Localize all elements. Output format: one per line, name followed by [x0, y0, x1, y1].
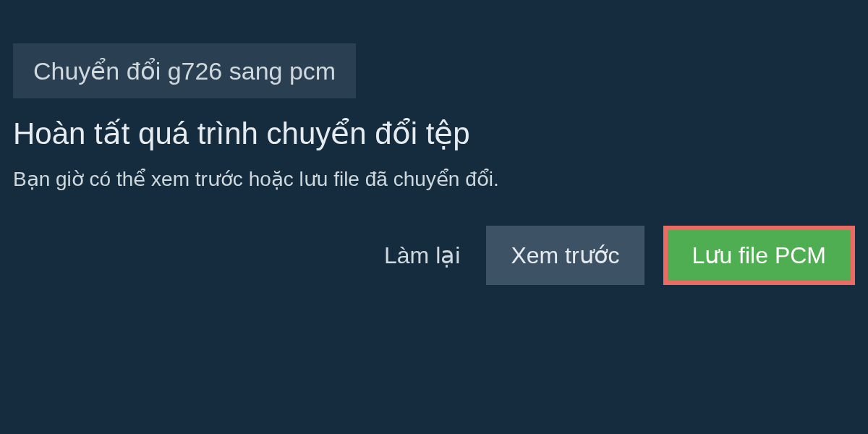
completion-description: Bạn giờ có thể xem trước hoặc lưu file đ…	[13, 167, 855, 191]
save-button[interactable]: Lưu file PCM	[663, 226, 855, 285]
tab-convert[interactable]: Chuyển đổi g726 sang pcm	[13, 43, 356, 98]
preview-button[interactable]: Xem trước	[486, 226, 644, 285]
tab-bar: Chuyển đổi g726 sang pcm	[0, 0, 868, 98]
main-container: Chuyển đổi g726 sang pcm Hoàn tất quá tr…	[0, 0, 868, 285]
content-area: Hoàn tất quá trình chuyển đổi tệp Bạn gi…	[0, 98, 868, 191]
completion-heading: Hoàn tất quá trình chuyển đổi tệp	[13, 116, 855, 151]
redo-link[interactable]: Làm lại	[384, 242, 460, 269]
tab-label: Chuyển đổi g726 sang pcm	[33, 57, 336, 85]
action-row: Làm lại Xem trước Lưu file PCM	[0, 191, 868, 285]
